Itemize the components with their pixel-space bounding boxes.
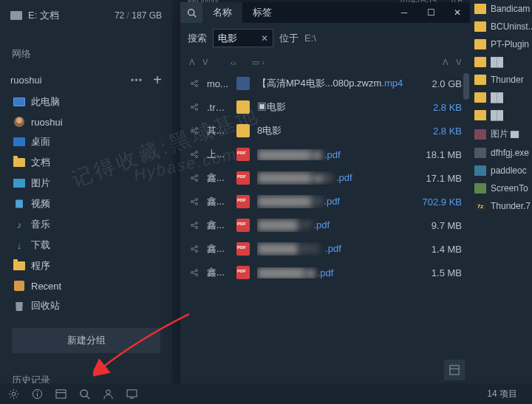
tree-item-desktop[interactable]: 桌面 xyxy=(0,131,172,152)
tree-item-pic[interactable]: 图片 xyxy=(0,173,172,194)
result-row[interactable]: 鑫...████████ ▇租 .pdf17.1 MB xyxy=(180,166,471,190)
add-icon[interactable]: + xyxy=(153,72,162,87)
tree-item-video[interactable]: 视频 xyxy=(0,194,172,214)
svg-point-57 xyxy=(106,389,110,394)
search-input-wrap[interactable]: ✕ xyxy=(213,29,273,47)
result-filename: 8电影 xyxy=(257,124,407,137)
more-icon[interactable]: ••• xyxy=(131,75,143,86)
tab-name[interactable]: 名称 xyxy=(202,2,242,23)
pc-icon xyxy=(13,96,25,108)
result-filename: ████████ ▇ .pdf xyxy=(257,149,407,160)
svg-line-31 xyxy=(194,202,196,204)
settings-icon[interactable] xyxy=(7,388,19,400)
tree-item-dl[interactable]: ↓下载 xyxy=(0,235,172,256)
new-group-button[interactable]: 新建分组 xyxy=(12,328,160,353)
results-list: mo...【高清MP4电影...080p.zwzm.mp42.0 GB.tras… xyxy=(180,72,471,382)
result-size: 702.9 KB xyxy=(415,196,462,208)
clear-icon[interactable]: ✕ xyxy=(261,33,268,44)
search-icon[interactable] xyxy=(78,388,90,400)
tree-label: 视频 xyxy=(31,197,50,210)
close-button[interactable]: ✕ xyxy=(444,2,471,23)
network-section[interactable]: 网络 xyxy=(0,37,172,65)
tree-item-pc[interactable]: 此电脑 xyxy=(0,92,172,112)
maximize-button[interactable]: ☐ xyxy=(417,2,444,23)
svg-point-32 xyxy=(191,225,194,227)
titlebar[interactable]: 名称 标签 ─ ☐ ✕ xyxy=(180,2,471,23)
result-size: 17.1 MB xyxy=(415,173,462,184)
tree-item-music[interactable]: ♪音乐 xyxy=(0,214,172,235)
svg-point-12 xyxy=(191,130,194,132)
share-icon xyxy=(189,149,200,160)
user-icon xyxy=(13,116,25,128)
code-icon[interactable]: ‹› xyxy=(231,58,236,67)
file-item[interactable]: dfhfgj.exe xyxy=(470,144,532,162)
result-row[interactable]: 上...████████ ▇ .pdf18.1 MB xyxy=(180,143,471,166)
pdf-icon xyxy=(236,242,250,256)
file-item[interactable]: ██ xyxy=(470,53,532,71)
user-icon[interactable] xyxy=(102,388,114,400)
drive-row[interactable]: E: 文档 72 / 187 GB xyxy=(0,0,172,31)
search-icon[interactable] xyxy=(180,2,202,23)
share-icon xyxy=(189,78,200,89)
file-item[interactable]: 图片 ▇ xyxy=(470,124,532,144)
result-row[interactable]: 鑫...████████ 影.pdf702.9 KB xyxy=(180,190,471,213)
sort-down-icon[interactable]: ᐯ xyxy=(456,58,462,67)
tree-label: 文档 xyxy=(31,156,50,169)
scrollbar[interactable] xyxy=(463,73,469,100)
tree-item-user[interactable]: ruoshui xyxy=(0,112,172,131)
info-icon[interactable] xyxy=(31,388,43,400)
tree-item-folder[interactable]: 文档 xyxy=(0,152,172,173)
search-path[interactable]: E:\ xyxy=(304,32,316,44)
tree-item-folder[interactable]: 程序 xyxy=(0,256,172,276)
svg-line-16 xyxy=(194,131,196,133)
result-row[interactable]: mo...【高清MP4电影...080p.zwzm.mp42.0 GB xyxy=(180,72,471,95)
file-item[interactable]: 7zThunder.7 xyxy=(470,197,532,215)
tab-tag[interactable]: 标签 xyxy=(242,2,282,23)
sort-up-icon[interactable]: ᐱ xyxy=(443,58,449,67)
tree-item-recent[interactable]: Recent xyxy=(0,276,172,295)
tree-item-trash[interactable]: 回收站 xyxy=(0,295,172,316)
svg-point-14 xyxy=(196,132,198,134)
svg-point-9 xyxy=(196,109,198,111)
user-header: ruoshui ••• + xyxy=(0,65,172,90)
minimize-button[interactable]: ─ xyxy=(391,2,417,23)
svg-point-18 xyxy=(196,151,198,154)
nav-up-icon[interactable]: ᐱ xyxy=(189,58,195,67)
folder-nav-icon[interactable]: ▭ › xyxy=(252,58,265,67)
file-item[interactable]: Thunder xyxy=(470,71,532,89)
file-label: dfhfgj.exe xyxy=(491,148,529,158)
panel-icon[interactable] xyxy=(55,388,66,400)
svg-line-25 xyxy=(194,177,196,178)
file-item[interactable]: BCUninst... xyxy=(470,18,532,35)
tree-label: 回收站 xyxy=(31,299,60,312)
file-item[interactable]: ScreenTo xyxy=(470,179,532,197)
svg-line-41 xyxy=(194,250,196,251)
file-item[interactable]: ██ xyxy=(470,106,532,124)
svg-line-10 xyxy=(194,106,196,107)
view-toggle-button[interactable] xyxy=(444,360,465,380)
result-row[interactable]: .trash▣电影2.8 KB xyxy=(180,95,471,119)
search-bar: 搜索 ✕ 位于 E:\ xyxy=(180,23,471,53)
search-input[interactable] xyxy=(218,32,256,44)
result-location: 上... xyxy=(207,148,229,161)
svg-line-6 xyxy=(194,84,196,86)
tree-label: 下载 xyxy=(31,239,50,252)
nav-down-icon[interactable]: ᐯ xyxy=(202,58,208,67)
trash-icon xyxy=(13,300,25,312)
exe-icon xyxy=(474,148,486,158)
screen-icon[interactable] xyxy=(126,388,137,400)
file-item[interactable]: PT-Plugin xyxy=(470,35,532,53)
svg-point-29 xyxy=(196,203,198,205)
fld-icon xyxy=(474,39,486,49)
file-item[interactable]: ██ xyxy=(470,89,532,106)
result-row[interactable]: 鑫...██████ 坚定. .pdf1.4 MB xyxy=(180,237,471,261)
tree-label: 图片 xyxy=(31,177,50,190)
svg-line-45 xyxy=(194,271,196,273)
result-row[interactable]: 鑫...██████ 词".pdf9.7 MB xyxy=(180,213,471,237)
result-row[interactable]: 其...8电影2.8 KB xyxy=(180,119,471,143)
file-label: paddleoc xyxy=(491,165,527,176)
result-row[interactable]: 鑫...███████ ▇ .pdf1.5 MB xyxy=(180,261,471,284)
file-item[interactable]: Bandicam xyxy=(470,0,532,18)
svg-point-24 xyxy=(196,179,198,182)
file-item[interactable]: paddleoc xyxy=(470,162,532,179)
